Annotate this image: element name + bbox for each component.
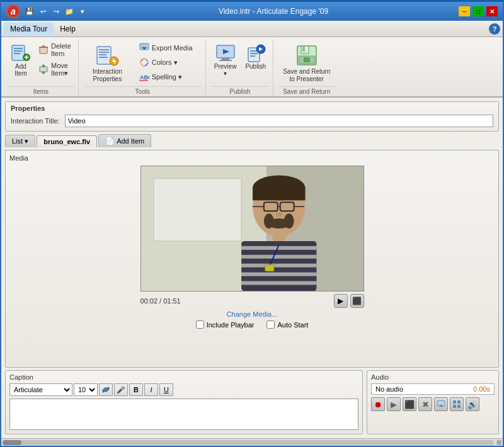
list-tab[interactable]: List ▾ <box>5 135 35 147</box>
ribbon: AddItem DeleteItem MoveItem▾ <box>1 37 503 98</box>
list-tab-label: List ▾ <box>12 137 28 145</box>
delete-item-button[interactable]: DeleteItem <box>35 41 74 59</box>
svg-rect-32 <box>250 53 258 54</box>
menu-help[interactable]: Help <box>54 23 82 35</box>
add-item-tab[interactable]: 📄 Add Item <box>98 134 151 147</box>
add-item-button[interactable]: AddItem <box>8 41 34 79</box>
video-placeholder <box>141 166 364 291</box>
ribbon-group-publish: Preview▾ Publish <box>207 40 273 96</box>
minimize-button[interactable]: ─ <box>459 6 470 16</box>
quick-folder-btn[interactable]: 📁 <box>64 6 75 17</box>
active-file-tab[interactable]: bruno_ewc.flv <box>37 135 97 147</box>
properties-title: Properties <box>11 105 493 112</box>
video-svg <box>141 166 364 291</box>
svg-rect-14 <box>99 49 109 50</box>
interaction-title-label: Interaction Title: <box>11 117 60 125</box>
add-item-icon <box>11 43 31 63</box>
audio-record-btn[interactable]: ⏺ <box>371 397 385 411</box>
caption-size-select[interactable]: 8 9 10 11 12 <box>74 383 98 396</box>
export-media-icon <box>139 43 149 53</box>
close-button[interactable]: ✕ <box>486 6 498 16</box>
export-media-button[interactable]: Export Media <box>135 41 197 55</box>
move-item-button[interactable]: MoveItem▾ <box>35 60 74 79</box>
scroll-track <box>3 440 494 445</box>
audio-duration: 0.00s <box>473 385 490 393</box>
video-frame <box>140 166 364 291</box>
include-playbar-input[interactable] <box>196 320 204 329</box>
caption-font-select[interactable]: Articulate Arial Times New Roman <box>9 383 72 396</box>
window-title: Video.intr - Articulate Engage '09 <box>219 7 328 16</box>
scroll-thumb[interactable] <box>3 440 21 445</box>
colors-icon <box>139 57 149 67</box>
maximize-button[interactable]: □ <box>472 6 484 16</box>
colors-button[interactable]: Colors ▾ <box>135 55 197 69</box>
video-time: 00:02 / 01:51 <box>140 297 181 305</box>
move-item-icon <box>38 64 49 74</box>
svg-rect-71 <box>457 405 461 408</box>
include-playbar-checkbox[interactable]: Include Playbar <box>196 320 255 329</box>
interaction-title-input[interactable] <box>65 115 493 127</box>
audio-speaker-btn[interactable]: 🔊 <box>466 397 479 411</box>
include-playbar-label: Include Playbar <box>207 321 255 329</box>
svg-rect-16 <box>99 54 106 55</box>
change-media-link[interactable]: Change Media... <box>227 310 278 318</box>
underline-icon: U <box>164 386 169 393</box>
preview-button[interactable]: Preview▾ <box>211 41 240 79</box>
quick-dropdown-btn[interactable]: ▾ <box>77 6 88 17</box>
menu-bar: Media Tour Help ? <box>1 21 503 37</box>
svg-rect-65 <box>265 265 273 271</box>
caption-title: Caption <box>9 373 358 381</box>
caption-bold-btn[interactable]: B <box>129 383 143 396</box>
svg-rect-28 <box>219 60 232 61</box>
no-audio-label: No audio <box>375 385 403 393</box>
audio-play-btn[interactable]: ▶ <box>387 397 401 411</box>
publish-label: Publish <box>245 63 266 70</box>
spelling-label: Spelling ▾ <box>152 73 182 81</box>
interaction-properties-icon <box>94 43 120 68</box>
save-return-button[interactable]: Save and Returnto Presenter <box>278 41 335 85</box>
auto-start-checkbox[interactable]: Auto Start <box>266 320 308 329</box>
svg-rect-2 <box>14 50 23 52</box>
publish-button[interactable]: Publish <box>242 41 269 72</box>
interaction-properties-button[interactable]: InteractionProperties <box>88 41 127 85</box>
svg-point-53 <box>275 212 282 217</box>
audio-title: Audio <box>371 373 495 381</box>
ribbon-group-items: AddItem DeleteItem MoveItem▾ <box>4 40 79 96</box>
help-icon[interactable]: ? <box>489 23 500 35</box>
svg-rect-62 <box>241 273 316 276</box>
tools-group-label: Tools <box>84 86 202 95</box>
spelling-button[interactable]: ABC Spelling ▾ <box>135 70 197 84</box>
audio-delete-btn[interactable]: ✖ <box>418 397 432 411</box>
caption-toolbar: Articulate Arial Times New Roman 8 9 10 … <box>9 383 358 396</box>
audio-import-btn[interactable] <box>434 397 448 411</box>
add-item-label: AddItem <box>14 63 26 77</box>
svg-rect-6 <box>26 55 27 59</box>
ribbon-group-save-return: Save and Returnto Presenter Save and Ret… <box>275 40 338 96</box>
bold-icon: B <box>134 386 139 393</box>
quick-redo-btn[interactable]: ↪ <box>50 6 62 17</box>
caption-underline-btn[interactable]: U <box>159 383 173 396</box>
audio-stop-btn[interactable]: ⬛ <box>403 397 416 411</box>
video-play-button[interactable]: ▶ <box>334 294 348 308</box>
properties-panel: Properties Interaction Title: <box>5 101 499 132</box>
media-panel: Media <box>5 150 499 368</box>
audio-controls: ⏺ ▶ ⬛ ✖ 🔊 <box>371 397 495 411</box>
caption-panel: Caption Articulate Arial Times New Roman… <box>5 370 363 434</box>
svg-rect-10 <box>40 67 47 72</box>
interaction-properties-label: InteractionProperties <box>93 68 122 83</box>
horizontal-scrollbar[interactable]: ⊞ <box>1 438 503 446</box>
svg-rect-63 <box>241 281 316 285</box>
caption-italic-btn[interactable]: I <box>144 383 158 396</box>
caption-link-btn[interactable] <box>99 383 113 396</box>
audio-grid-btn[interactable] <box>450 397 464 411</box>
auto-start-input[interactable] <box>266 320 275 329</box>
caption-mic-btn[interactable]: 🎤 <box>114 383 128 396</box>
caption-textarea[interactable] <box>9 399 358 430</box>
italic-icon: I <box>150 386 152 393</box>
quick-undo-btn[interactable]: ↩ <box>37 6 49 17</box>
svg-rect-7 <box>40 47 47 54</box>
preview-label: Preview▾ <box>214 63 237 77</box>
menu-media-tour[interactable]: Media Tour <box>4 23 54 35</box>
quick-save-btn[interactable]: 💾 <box>24 6 35 17</box>
video-stop-button[interactable]: ⬛ <box>350 294 364 308</box>
